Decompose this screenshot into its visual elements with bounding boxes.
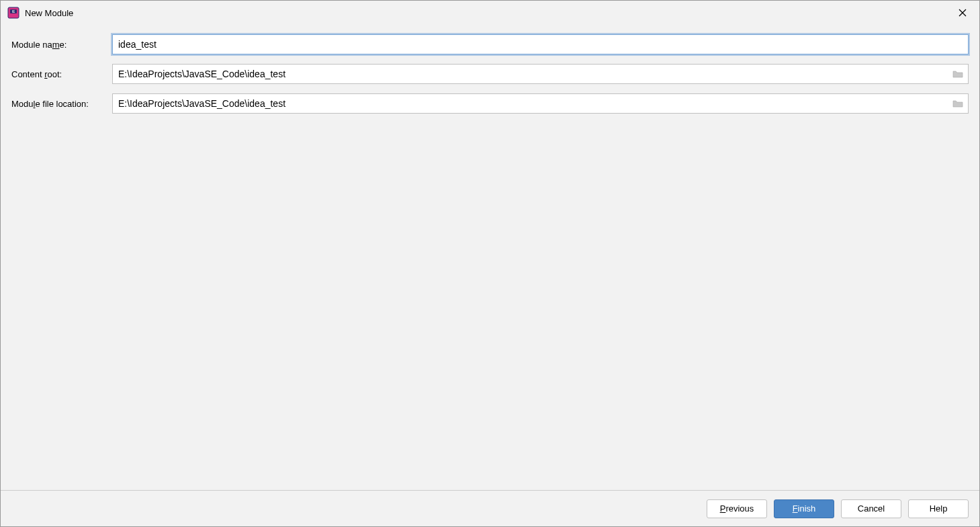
svg-text:IE: IE bbox=[12, 9, 15, 13]
module-file-location-browse-button[interactable] bbox=[948, 94, 968, 113]
finish-button[interactable]: Finish bbox=[774, 499, 834, 518]
help-button[interactable]: Help bbox=[908, 499, 969, 518]
module-name-input[interactable] bbox=[112, 34, 969, 54]
module-name-row: Module name: bbox=[11, 34, 969, 54]
cancel-button[interactable]: Cancel bbox=[841, 499, 901, 518]
module-file-location-label: Module file location: bbox=[11, 99, 112, 109]
module-name-label: Module name: bbox=[11, 40, 112, 50]
new-module-dialog: IE New Module Module name: Content root: bbox=[0, 0, 980, 527]
folder-icon bbox=[952, 99, 963, 108]
titlebar: IE New Module bbox=[1, 1, 979, 25]
module-file-location-input[interactable] bbox=[113, 94, 948, 113]
previous-button[interactable]: Previous bbox=[707, 499, 767, 518]
content-root-browse-button[interactable] bbox=[948, 65, 968, 83]
close-icon bbox=[959, 9, 967, 17]
folder-icon bbox=[952, 69, 963, 79]
close-button[interactable] bbox=[952, 3, 973, 23]
module-name-input-wrap bbox=[112, 34, 969, 54]
app-icon: IE bbox=[7, 7, 19, 19]
dialog-title: New Module bbox=[25, 8, 952, 18]
content-root-input-wrap bbox=[112, 64, 969, 84]
content-root-input[interactable] bbox=[113, 65, 948, 83]
dialog-content: Module name: Content root: bbox=[1, 25, 979, 490]
dialog-footer: Previous Finish Cancel Help bbox=[1, 490, 979, 526]
content-root-label: Content root: bbox=[11, 69, 112, 79]
module-file-location-row: Module file location: bbox=[11, 93, 969, 114]
content-root-row: Content root: bbox=[11, 64, 969, 84]
module-file-location-input-wrap bbox=[112, 93, 969, 114]
